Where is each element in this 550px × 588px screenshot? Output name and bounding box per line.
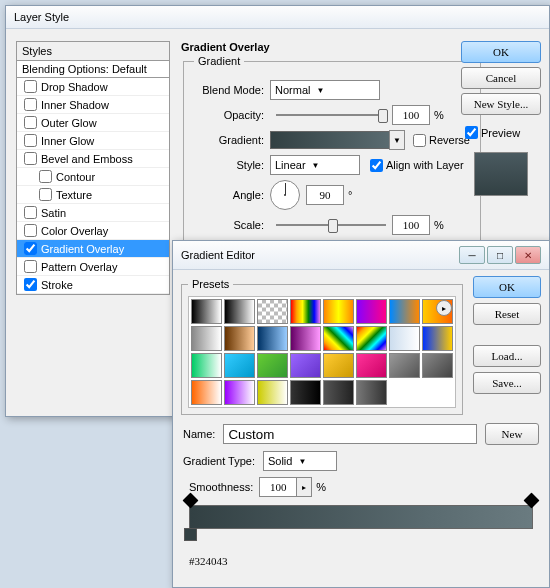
new-gradient-button[interactable]: New xyxy=(485,423,539,445)
preset-swatch[interactable] xyxy=(323,326,354,351)
style-item-satin[interactable]: Satin xyxy=(17,204,169,222)
ge-ok-button[interactable]: OK xyxy=(473,276,541,298)
preset-swatch[interactable] xyxy=(224,353,255,378)
preset-swatch[interactable] xyxy=(191,380,222,405)
align-checkbox[interactable] xyxy=(370,159,383,172)
gradient-type-dropdown[interactable]: Solid ▼ xyxy=(263,451,337,471)
new-style-button[interactable]: New Style... xyxy=(461,93,541,115)
gradient-editor-titlebar[interactable]: Gradient Editor ─ □ ✕ xyxy=(173,241,549,270)
preset-swatch[interactable] xyxy=(323,299,354,324)
chevron-down-icon: ▼ xyxy=(298,457,306,466)
preset-swatch[interactable] xyxy=(257,353,288,378)
close-button[interactable]: ✕ xyxy=(515,246,541,264)
gradient-picker-arrow[interactable]: ▼ xyxy=(389,130,405,150)
preset-swatch[interactable] xyxy=(323,353,354,378)
style-checkbox[interactable] xyxy=(39,170,52,183)
gradient-bar[interactable] xyxy=(189,505,533,529)
preview-option[interactable]: Preview xyxy=(461,123,541,142)
style-checkbox[interactable] xyxy=(24,116,37,129)
scale-input[interactable] xyxy=(392,215,430,235)
style-item-bevel-and-emboss[interactable]: Bevel and Emboss xyxy=(17,150,169,168)
opacity-thumb[interactable] xyxy=(378,109,388,123)
style-item-inner-glow[interactable]: Inner Glow xyxy=(17,132,169,150)
style-item-gradient-overlay[interactable]: Gradient Overlay xyxy=(17,240,169,258)
color-stop-left[interactable] xyxy=(184,528,197,541)
style-item-inner-shadow[interactable]: Inner Shadow xyxy=(17,96,169,114)
preset-swatch[interactable] xyxy=(389,326,420,351)
style-dropdown[interactable]: Linear ▼ xyxy=(270,155,360,175)
presets-menu-icon[interactable]: ▸ xyxy=(436,300,452,316)
preset-swatch[interactable] xyxy=(191,299,222,324)
style-item-pattern-overlay[interactable]: Pattern Overlay xyxy=(17,258,169,276)
smoothness-stepper[interactable]: ▸ xyxy=(296,477,312,497)
preset-swatch[interactable] xyxy=(389,299,420,324)
preset-swatch[interactable] xyxy=(356,380,387,405)
preset-swatch[interactable] xyxy=(224,380,255,405)
preset-swatch[interactable] xyxy=(356,299,387,324)
gradient-overlay-section-title: Gradient Overlay xyxy=(181,41,451,53)
style-checkbox[interactable] xyxy=(24,134,37,147)
preset-swatch[interactable] xyxy=(356,326,387,351)
preset-swatch[interactable] xyxy=(290,326,321,351)
preview-checkbox[interactable] xyxy=(465,126,478,139)
blend-mode-dropdown[interactable]: Normal ▼ xyxy=(270,80,380,100)
style-item-contour[interactable]: Contour xyxy=(17,168,169,186)
style-checkbox[interactable] xyxy=(24,242,37,255)
ok-button[interactable]: OK xyxy=(461,41,541,63)
preset-swatch[interactable] xyxy=(290,353,321,378)
opacity-slider[interactable] xyxy=(276,114,386,116)
style-checkbox[interactable] xyxy=(24,278,37,291)
angle-dial[interactable] xyxy=(270,180,300,210)
style-item-drop-shadow[interactable]: Drop Shadow xyxy=(17,78,169,96)
hex-value: #324043 xyxy=(189,555,533,567)
reverse-checkbox[interactable] xyxy=(413,134,426,147)
preset-swatch[interactable] xyxy=(389,353,420,378)
presets-legend: Presets xyxy=(188,278,233,290)
ge-load-button[interactable]: Load... xyxy=(473,345,541,367)
preset-swatch[interactable] xyxy=(257,299,288,324)
style-item-texture[interactable]: Texture xyxy=(17,186,169,204)
preset-swatch[interactable] xyxy=(257,326,288,351)
preset-swatch[interactable] xyxy=(290,380,321,405)
blending-options-default[interactable]: Blending Options: Default xyxy=(17,61,169,78)
styles-header[interactable]: Styles xyxy=(17,42,169,61)
preview-label: Preview xyxy=(481,127,520,139)
style-item-outer-glow[interactable]: Outer Glow xyxy=(17,114,169,132)
style-checkbox[interactable] xyxy=(24,224,37,237)
angle-input[interactable] xyxy=(306,185,344,205)
gradient-editor-title: Gradient Editor xyxy=(181,249,255,261)
scale-slider[interactable] xyxy=(276,224,386,226)
preset-swatch[interactable] xyxy=(224,326,255,351)
maximize-button[interactable]: □ xyxy=(487,246,513,264)
name-input[interactable] xyxy=(223,424,477,444)
ge-reset-button[interactable]: Reset xyxy=(473,303,541,325)
minimize-button[interactable]: ─ xyxy=(459,246,485,264)
preset-swatch[interactable] xyxy=(422,326,453,351)
preset-swatch[interactable] xyxy=(290,299,321,324)
preset-swatch[interactable] xyxy=(323,380,354,405)
style-item-color-overlay[interactable]: Color Overlay xyxy=(17,222,169,240)
styles-panel: Styles Blending Options: Default Drop Sh… xyxy=(16,41,170,295)
style-checkbox[interactable] xyxy=(39,188,52,201)
preset-swatch[interactable] xyxy=(356,353,387,378)
style-checkbox[interactable] xyxy=(24,206,37,219)
style-checkbox[interactable] xyxy=(24,260,37,273)
ge-save-button[interactable]: Save... xyxy=(473,372,541,394)
scale-thumb[interactable] xyxy=(328,219,338,233)
preset-swatch[interactable] xyxy=(191,353,222,378)
preset-swatch[interactable] xyxy=(257,380,288,405)
style-checkbox[interactable] xyxy=(24,80,37,93)
style-checkbox[interactable] xyxy=(24,152,37,165)
preset-swatch[interactable] xyxy=(422,353,453,378)
layer-style-titlebar[interactable]: Layer Style xyxy=(6,6,549,29)
name-label: Name: xyxy=(183,428,215,440)
smoothness-input[interactable] xyxy=(259,477,297,497)
opacity-input[interactable] xyxy=(392,105,430,125)
gradient-preview[interactable] xyxy=(270,131,390,149)
preset-swatch[interactable] xyxy=(224,299,255,324)
cancel-button[interactable]: Cancel xyxy=(461,67,541,89)
style-item-stroke[interactable]: Stroke xyxy=(17,276,169,294)
style-checkbox[interactable] xyxy=(24,98,37,111)
smoothness-unit: % xyxy=(316,481,326,493)
preset-swatch[interactable] xyxy=(191,326,222,351)
